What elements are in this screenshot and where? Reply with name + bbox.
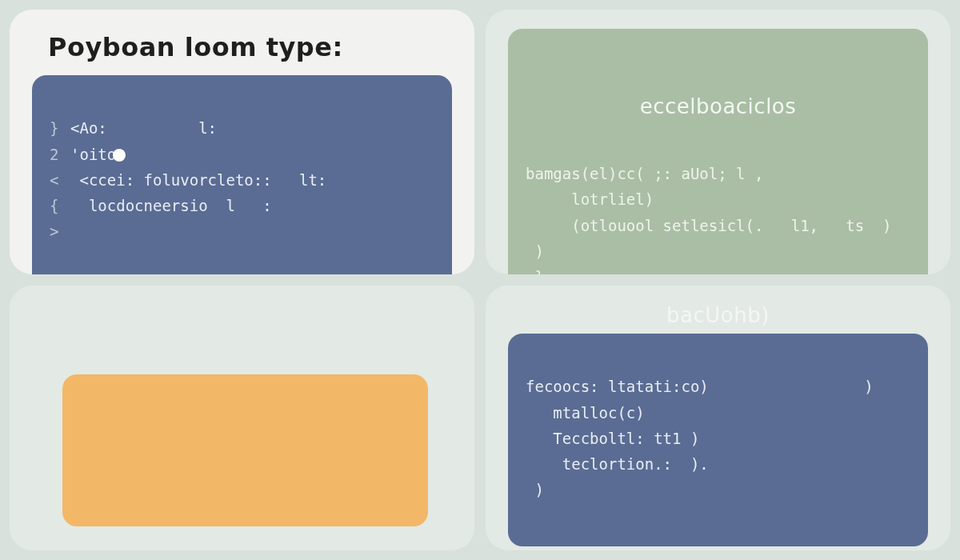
codebox-bottom-right: fecoocs: ltatati:co) ) mtalloc(c) Teccbo… — [508, 334, 928, 546]
panel-title-bottom-right: bacUohb) — [508, 303, 928, 327]
code-line: <Ao: l: — [70, 119, 217, 137]
amber-placeholder — [62, 374, 428, 526]
code-line: 'oito — [70, 146, 116, 163]
line-gutter: } — [50, 115, 70, 141]
code-line: Teccboltl: tt1 ) — [526, 430, 699, 447]
codebox-top-left: }<Ao: l: 2'oito < <ccei: foluvorcleto:: … — [32, 75, 452, 274]
line-gutter: { — [50, 193, 70, 218]
line-gutter: > — [50, 218, 70, 244]
code-line: (otlouool setlesicl(. l1, ts ) — [526, 217, 892, 234]
code-line: } — [526, 268, 544, 274]
panel-bottom-right: bacUohb) fecoocs: ltatati:co) ) mtalloc(… — [486, 286, 950, 550]
code-line: teclortion.: ). — [526, 455, 709, 473]
panel-top-left: Poyboan loom type: }<Ao: l: 2'oito < <cc… — [10, 10, 474, 274]
line-gutter: < — [50, 167, 70, 193]
code-line: <ccei: foluvorcleto:: lt: — [70, 171, 326, 189]
line-gutter: 2 — [50, 142, 70, 167]
code-line: fecoocs: ltatati:co) ) — [526, 378, 874, 395]
cursor-icon — [113, 149, 126, 162]
panel-bottom-left — [10, 286, 474, 550]
code-line: mtalloc(c) — [526, 404, 645, 422]
heading-top-left: Poyboan loom type: — [48, 32, 452, 62]
code-line: lotrliel) — [526, 190, 654, 208]
code-line: ) — [526, 481, 544, 498]
panel-title-top-right: eccelboaciclos — [526, 89, 910, 124]
codebox-top-right: eccelboaciclos bamgas(el)cc( ;: aUol; l … — [508, 29, 928, 274]
code-line: ) — [526, 242, 544, 260]
panel-top-right: eccelboaciclos bamgas(el)cc( ;: aUol; l … — [486, 10, 950, 274]
code-line: locdocneersio l : — [70, 197, 272, 214]
code-line: bamgas(el)cc( ;: aUol; l , — [526, 165, 763, 182]
